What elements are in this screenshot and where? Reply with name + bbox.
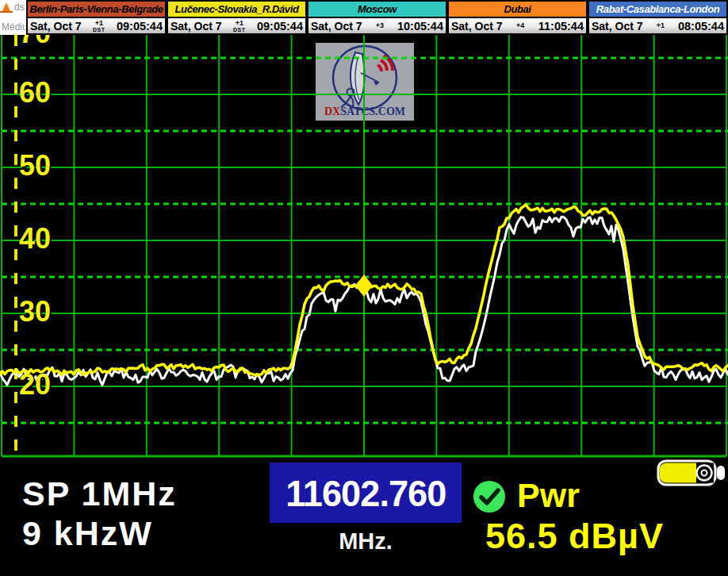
spectrum-analyzer-screen: ds Médiu Berlin-Paris-Vienna-BelgradeSat… (0, 0, 728, 576)
vlc-cone-icon (2, 2, 11, 13)
clock-date-time-row: Sat, Oct 7+1DST09:05:44 (168, 18, 305, 33)
y-axis-tick-label: 20 (19, 371, 51, 399)
clock-utc-offset: +1DST (233, 20, 246, 33)
frequency-input[interactable]: 11602.760 (270, 463, 462, 523)
clock-city-label: Lučenec-Slovakia_R.Dávid (168, 2, 305, 18)
y-axis-tick-label: 30 (19, 298, 51, 326)
clock-utc-offset: +3 (376, 22, 384, 29)
clock-segment-4[interactable]: DubaiSat, Oct 7+411:05:44 (447, 0, 588, 35)
clock-date-time-row: Sat, Oct 7+1DST09:05:44 (28, 18, 165, 33)
clock-date-label: Sat, Oct 7 (592, 20, 643, 33)
clock-date-label: Sat, Oct 7 (30, 20, 82, 33)
clock-city-label: Rabat-Casablanca-London (589, 2, 726, 18)
clock-utc-offset: +4 (516, 22, 524, 29)
clock-time-label: 10:05:44 (397, 20, 443, 33)
clock-segment-2[interactable]: Lučenec-Slovakia_R.DávidSat, Oct 7+1DST0… (167, 0, 307, 35)
y-axis-tick-label: 50 (19, 152, 51, 180)
power-value: 56.5 dBµV (485, 516, 664, 557)
center-frequency-marker[interactable] (355, 275, 373, 297)
clock-date-time-row: Sat, Oct 7+310:05:44 (308, 18, 446, 33)
spectrum-plot: DXSATCS.COM 706050403020 (0, 35, 728, 459)
clock-date-time-row: Sat, Oct 7+411:05:44 (449, 18, 586, 33)
lock-ok-check-icon (472, 479, 507, 514)
bandwidth-setting: 9 kHzW (22, 514, 153, 553)
power-label: Pwr (517, 476, 580, 515)
y-axis-tick-label: 60 (19, 79, 51, 107)
clock-date-label: Sat, Oct 7 (451, 20, 503, 33)
clock-segment-3[interactable]: MoscowSat, Oct 7+310:05:44 (307, 0, 447, 35)
clock-time-label: 08:05:44 (678, 20, 724, 33)
vlc-menu-media[interactable]: Médiu (2, 21, 28, 33)
y-axis-tick-label: 40 (19, 225, 51, 253)
clock-utc-offset: +1 (657, 22, 665, 29)
clock-time-label: 09:05:44 (257, 20, 303, 33)
frequency-unit: MHz. (270, 528, 462, 555)
clock-segment-5[interactable]: Rabat-Casablanca-LondonSat, Oct 7+108:05… (588, 0, 728, 35)
vlc-menu-text-top: ds (14, 2, 25, 13)
clock-city-label: Dubai (449, 2, 586, 18)
span-setting: SP 1MHz (22, 474, 177, 513)
spectrum-traces (0, 35, 728, 459)
frequency-value: 11602.760 (285, 471, 446, 515)
clock-city-label: Moscow (308, 2, 446, 18)
clock-segment-1[interactable]: Berlin-Paris-Vienna-BelgradeSat, Oct 7+1… (26, 0, 167, 35)
clock-date-label: Sat, Oct 7 (171, 20, 222, 33)
clock-date-time-row: Sat, Oct 7+108:05:44 (589, 18, 726, 33)
battery-icon (657, 459, 728, 487)
clock-time-label: 09:05:44 (117, 20, 163, 33)
vlc-window-corner: ds Médiu (0, 0, 29, 35)
world-clock-bar: Berlin-Paris-Vienna-BelgradeSat, Oct 7+1… (26, 0, 728, 35)
clock-time-label: 11:05:44 (538, 20, 584, 33)
live-trace-white (0, 217, 728, 385)
clock-date-label: Sat, Oct 7 (311, 20, 362, 33)
clock-city-label: Berlin-Paris-Vienna-Belgrade (28, 2, 165, 18)
readout-bar: SP 1MHz 9 kHzW 11602.760 MHz. Pwr 56.5 d… (0, 459, 728, 576)
clock-utc-offset: +1DST (93, 20, 105, 33)
